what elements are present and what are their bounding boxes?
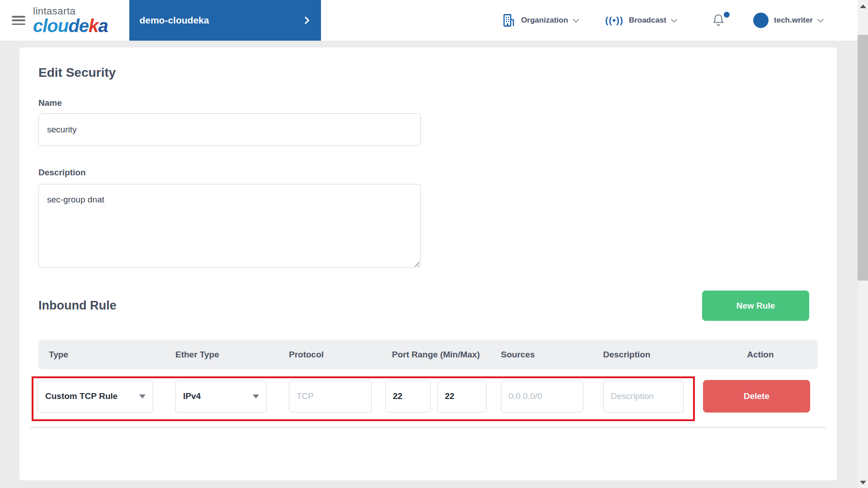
chevron-down-icon [572,16,579,22]
column-header-port-range: Port Range (Min/Max) [385,350,501,360]
chevron-down-icon [817,16,824,22]
divider [30,427,826,428]
column-header-description: Description [603,350,703,360]
new-rule-button[interactable]: New Rule [702,291,809,321]
ether-type-select[interactable]: IPv4 [175,380,267,413]
broadcast-label: Broadcast [629,16,666,25]
project-name-label: demo-cloudeka [139,15,209,26]
column-header-sources: Sources [501,350,603,360]
description-textarea[interactable]: sec-group dnat [38,184,421,268]
column-header-ether-type: Ether Type [175,350,289,360]
caret-down-icon [139,394,146,399]
rule-type-select[interactable]: Custom TCP Rule [38,380,153,413]
avatar [753,13,769,28]
hamburger-menu-icon[interactable] [12,16,25,25]
broadcast-icon: ((•)) [605,15,623,26]
main-content: Edit Security Name Description sec-group… [0,47,858,480]
logo-lintasarta-text: lintasarta [33,6,108,16]
bell-icon [712,13,725,27]
column-header-protocol: Protocol [289,350,385,360]
name-input[interactable] [38,113,421,146]
inbound-rule-title: Inbound Rule [38,299,116,313]
scrollbar-thumb[interactable] [858,35,868,281]
user-menu[interactable]: tech.writer [753,13,823,28]
port-min-input[interactable] [385,380,431,413]
delete-rule-button[interactable]: Delete [703,380,810,413]
vertical-scrollbar[interactable] [858,0,868,488]
organization-label: Organization [521,16,568,25]
logo-cloudeka-text: cloudeka [33,17,108,35]
notification-badge-dot [724,12,730,18]
broadcast-dropdown[interactable]: ((•)) Broadcast [605,15,676,26]
user-name-label: tech.writer [774,16,813,25]
scroll-down-arrow-icon[interactable] [860,481,866,484]
notifications-button[interactable] [712,13,727,28]
rule-description-input[interactable] [603,380,684,413]
column-header-type: Type [38,350,175,360]
port-max-input[interactable] [437,380,486,413]
edit-security-card: Edit Security Name Description sec-group… [19,47,837,480]
brand-logo: lintasarta cloudeka [33,6,108,35]
sources-input[interactable] [501,380,583,413]
page-title: Edit Security [38,66,818,80]
description-field-label: Description [38,168,818,178]
rule-row: Custom TCP Rule IPv4 [38,380,818,413]
project-selector-button[interactable]: demo-cloudeka [129,0,321,41]
building-icon [501,13,516,28]
column-header-action: Action [703,350,818,360]
caret-down-icon [253,394,259,399]
organization-dropdown[interactable]: Organization [501,13,578,28]
rules-table-header: Type Ether Type Protocol Port Range (Min… [38,340,818,369]
protocol-input[interactable] [289,380,372,413]
top-header: lintasarta cloudeka demo-cloudeka Organi… [0,0,868,41]
chevron-down-icon [671,16,677,22]
name-field-label: Name [38,98,818,108]
chevron-right-icon [302,17,310,24]
scroll-up-arrow-icon[interactable] [860,5,866,8]
